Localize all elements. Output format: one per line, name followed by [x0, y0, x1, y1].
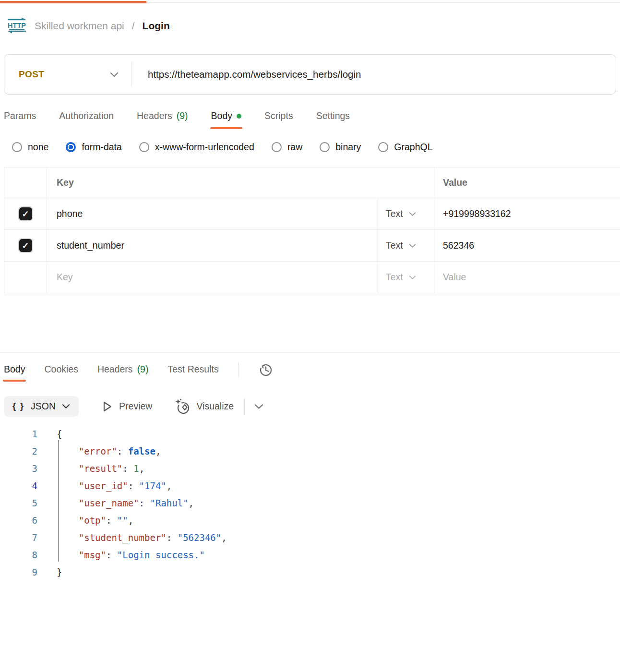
tab-authorization[interactable]: Authorization: [59, 110, 114, 129]
body-mode-raw[interactable]: raw: [272, 142, 302, 153]
tab-params[interactable]: Params: [4, 110, 36, 129]
token-key: "otp": [79, 515, 106, 526]
value-text: 562346: [443, 240, 474, 251]
type-select[interactable]: Text: [378, 198, 434, 229]
body-mode-label: GraphQL: [394, 142, 432, 153]
radio-icon: [12, 142, 22, 152]
response-body-viewer: 1{2 "error": false,3 "result": 1,4 "user…: [0, 425, 620, 581]
history-button[interactable]: [258, 361, 274, 378]
body-mode-label: raw: [287, 142, 302, 153]
code-text: "result": 1,: [37, 463, 144, 474]
radio-icon: [378, 142, 388, 152]
token-str: "174": [139, 480, 167, 491]
key-cell[interactable]: student_number: [47, 230, 378, 261]
tab-body[interactable]: Body: [211, 110, 241, 129]
method-select[interactable]: POST: [4, 69, 131, 80]
value-cell[interactable]: +919998933162: [434, 198, 620, 229]
token-key: "msg": [79, 550, 106, 560]
tab-test-results[interactable]: Test Results: [167, 364, 218, 382]
response-tabs-divider: [238, 362, 238, 377]
tab-label: Body: [4, 364, 25, 375]
token-plain: ,: [167, 480, 172, 491]
tab-headers[interactable]: Headers(9): [137, 110, 188, 129]
tab-body[interactable]: Body: [4, 364, 25, 382]
chevron-down-icon: [409, 243, 416, 248]
value-cell[interactable]: Value: [434, 262, 620, 293]
table-row: ✓student_numberText562346: [4, 230, 620, 262]
body-mode-radios: noneform-datax-www-form-urlencodedrawbin…: [12, 142, 620, 153]
token-num: 1: [133, 463, 139, 474]
token-plain: ,: [155, 446, 161, 456]
indent-guide: [58, 440, 59, 562]
response-format-select[interactable]: { } JSON: [4, 396, 79, 417]
chevron-down-icon: [62, 404, 70, 409]
body-mode-binary[interactable]: binary: [320, 142, 361, 153]
pane-divider[interactable]: [0, 352, 620, 353]
value-column-header: Value: [434, 168, 620, 198]
sparkle-ball-icon: [174, 398, 191, 415]
curly-braces-icon: { }: [12, 401, 24, 411]
unsaved-changes-dot-icon: [237, 114, 241, 119]
visualize-button[interactable]: Visualize: [174, 398, 234, 415]
preview-button[interactable]: Preview: [101, 400, 152, 413]
row-checkbox-cell: ✓: [4, 230, 47, 261]
row-checkbox-cell: ✓: [4, 198, 47, 229]
url-input[interactable]: https://theteamapp.com/webservices_herbs…: [131, 69, 361, 80]
line-number: 2: [0, 446, 37, 456]
line-number: 5: [0, 498, 37, 508]
radio-icon: [272, 142, 282, 152]
breadcrumb-collection[interactable]: Skilled workmen api: [35, 20, 124, 32]
line-number: 3: [0, 463, 37, 474]
active-tab-indicator: [0, 1, 146, 3]
value-cell[interactable]: 562346: [434, 230, 620, 261]
type-label: Text: [386, 208, 403, 219]
tab-scripts[interactable]: Scripts: [264, 110, 293, 129]
body-mode-form-data[interactable]: form-data: [66, 142, 121, 153]
key-cell[interactable]: phone: [47, 198, 378, 229]
token-plain: ,: [189, 498, 194, 508]
tab-headers[interactable]: Headers(9): [97, 364, 149, 382]
radio-icon: [66, 142, 76, 152]
key-cell[interactable]: Key: [47, 262, 378, 293]
code-line: 5 "user_name": "Rahul",: [0, 494, 620, 512]
preview-label: Preview: [119, 401, 152, 412]
token-plain: [57, 550, 79, 560]
checkbox-checked-icon[interactable]: ✓: [19, 239, 32, 252]
key-text: student_number: [57, 240, 124, 251]
chevron-down-icon: [254, 404, 263, 409]
tab-cookies[interactable]: Cookies: [44, 364, 78, 382]
response-toolbar: { } JSON Preview Visualize: [4, 396, 620, 417]
code-line: 2 "error": false,: [0, 443, 620, 460]
svg-text:HTTP: HTTP: [8, 22, 26, 29]
token-key: "user_name": [79, 498, 139, 508]
body-mode-graphql[interactable]: GraphQL: [378, 142, 432, 153]
checkbox-checked-icon[interactable]: ✓: [19, 207, 32, 220]
token-plain: :: [128, 480, 139, 491]
type-select[interactable]: Text: [378, 262, 434, 293]
body-mode-none[interactable]: none: [12, 142, 48, 153]
token-plain: :: [167, 532, 178, 543]
token-plain: [57, 498, 79, 508]
token-key: "error": [79, 446, 117, 456]
visualize-label: Visualize: [196, 401, 234, 412]
chevron-down-icon: [409, 212, 416, 216]
more-formats-button[interactable]: [254, 404, 263, 409]
code-text: "otp": "",: [37, 515, 133, 526]
token-bool: false: [128, 446, 155, 456]
code-line: 6 "otp": "",: [0, 512, 620, 529]
header-checkbox-cell: [4, 168, 47, 198]
type-select[interactable]: Text: [378, 230, 434, 261]
line-number: 9: [0, 567, 37, 577]
body-mode-label: binary: [335, 142, 361, 153]
token-plain: :: [122, 463, 133, 474]
body-mode-x-www-form-urlencoded[interactable]: x-www-form-urlencoded: [139, 142, 254, 153]
token-plain: :: [117, 446, 128, 456]
radio-icon: [139, 142, 149, 152]
tab-settings[interactable]: Settings: [316, 110, 350, 129]
breadcrumb-request-name[interactable]: Login: [143, 20, 170, 32]
token-str: "562346": [178, 532, 222, 543]
key-text: phone: [57, 208, 83, 219]
line-number: 6: [0, 515, 37, 526]
value-text: +919998933162: [443, 208, 511, 219]
code-text: }: [37, 567, 62, 577]
